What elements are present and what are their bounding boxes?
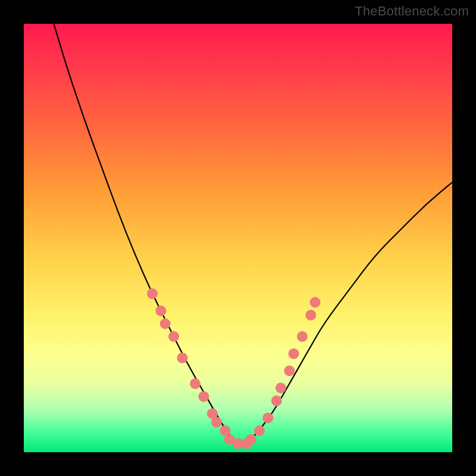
- chart-frame: TheBottleneck.com: [0, 0, 476, 476]
- data-point: [254, 425, 265, 436]
- data-point: [297, 331, 308, 342]
- data-point: [160, 318, 171, 329]
- chart-svg: [24, 24, 452, 452]
- data-point: [147, 289, 158, 299]
- data-point: [305, 310, 316, 321]
- data-point: [310, 297, 321, 308]
- chart-plot-area: [24, 24, 452, 452]
- data-point: [275, 383, 286, 393]
- data-markers: [147, 289, 321, 449]
- attribution-text: TheBottleneck.com: [355, 4, 469, 19]
- data-point: [211, 417, 222, 428]
- data-point: [190, 378, 201, 389]
- data-point: [289, 348, 299, 359]
- bottleneck-curve: [54, 24, 452, 444]
- data-point: [198, 391, 209, 402]
- data-point: [246, 434, 256, 444]
- data-point: [271, 396, 282, 406]
- data-point: [262, 412, 273, 423]
- data-point: [284, 365, 295, 376]
- data-point: [177, 353, 187, 364]
- data-point: [168, 331, 179, 342]
- data-point: [155, 305, 166, 316]
